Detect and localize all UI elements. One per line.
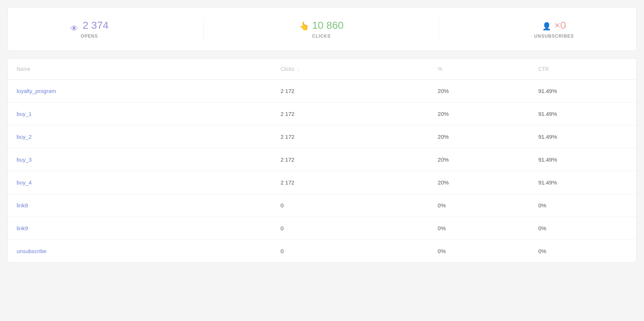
cell-name[interactable]: buy_3: [8, 148, 272, 171]
table-row: buy_22 17220%91.49%: [8, 125, 636, 148]
opens-value: 2 374: [70, 20, 109, 31]
sort-down-icon: ↓: [297, 67, 299, 72]
cursor-icon: [299, 20, 309, 31]
cell-ctr: 91.49%: [530, 103, 636, 125]
cell-ctr: 91.49%: [530, 148, 636, 171]
col-header-ctr: CTR: [530, 59, 636, 80]
cell-name[interactable]: loyalty_program: [8, 80, 272, 103]
opens-label: OPENS: [80, 34, 98, 39]
cell-ctr: 91.49%: [530, 171, 636, 194]
cell-percent: 20%: [429, 80, 529, 103]
cell-percent: 0%: [429, 194, 529, 217]
table-row: link800%0%: [8, 194, 636, 217]
col-header-clicks[interactable]: Clicks ↓: [272, 59, 429, 80]
cell-ctr: 91.49%: [530, 80, 636, 103]
stats-card: 2 374 OPENS 10 860 CLICKS ×0 UNSUBSCRIBE…: [7, 7, 637, 51]
cell-name[interactable]: unsubscribe: [8, 240, 272, 263]
cell-name[interactable]: link8: [8, 194, 272, 217]
cell-clicks: 2 172: [272, 125, 429, 148]
table-header-row: Name Clicks ↓ % CTR: [8, 59, 636, 80]
table-row: unsubscribe00%0%: [8, 240, 636, 263]
cell-name[interactable]: link9: [8, 217, 272, 240]
cell-ctr: 91.49%: [530, 125, 636, 148]
table-row: buy_32 17220%91.49%: [8, 148, 636, 171]
unsubscribe-icon: [542, 20, 551, 31]
cell-clicks: 2 172: [272, 171, 429, 194]
cell-clicks: 2 172: [272, 103, 429, 125]
col-header-name: Name: [8, 59, 272, 80]
cell-clicks: 2 172: [272, 148, 429, 171]
cell-percent: 20%: [429, 103, 529, 125]
clicks-value: 10 860: [299, 20, 344, 31]
table-row: buy_12 17220%91.49%: [8, 103, 636, 125]
cell-clicks: 2 172: [272, 80, 429, 103]
page-wrapper: 2 374 OPENS 10 860 CLICKS ×0 UNSUBSCRIBE…: [0, 0, 644, 270]
table-row: link900%0%: [8, 217, 636, 240]
unsubscribes-label: UNSUBSCRIBES: [534, 34, 574, 39]
table-card: Name Clicks ↓ % CTR loyalty_program2 172…: [7, 58, 637, 263]
clicks-table: Name Clicks ↓ % CTR loyalty_program2 172…: [8, 59, 636, 262]
cell-clicks: 0: [272, 217, 429, 240]
stat-clicks: 10 860 CLICKS: [299, 20, 344, 39]
cell-name[interactable]: buy_2: [8, 125, 272, 148]
stat-divider-1: [203, 18, 204, 40]
cell-name[interactable]: buy_1: [8, 103, 272, 125]
table-body: loyalty_program2 17220%91.49%buy_12 1722…: [8, 80, 636, 263]
table-row: loyalty_program2 17220%91.49%: [8, 80, 636, 103]
cell-ctr: 0%: [530, 240, 636, 263]
cell-ctr: 0%: [530, 194, 636, 217]
cell-clicks: 0: [272, 194, 429, 217]
stat-opens: 2 374 OPENS: [70, 20, 109, 39]
cell-clicks: 0: [272, 240, 429, 263]
col-header-percent: %: [429, 59, 529, 80]
cell-percent: 20%: [429, 148, 529, 171]
table-row: buy_42 17220%91.49%: [8, 171, 636, 194]
stat-divider-2: [439, 18, 439, 40]
cell-name[interactable]: buy_4: [8, 171, 272, 194]
cell-percent: 0%: [429, 240, 529, 263]
unsubscribes-value: ×0: [542, 20, 566, 31]
cell-percent: 0%: [429, 217, 529, 240]
cell-ctr: 0%: [530, 217, 636, 240]
cell-percent: 20%: [429, 171, 529, 194]
cell-percent: 20%: [429, 125, 529, 148]
clicks-label: CLICKS: [312, 34, 330, 39]
stat-unsubscribes: ×0 UNSUBSCRIBES: [534, 20, 574, 39]
eye-icon: [70, 22, 80, 29]
